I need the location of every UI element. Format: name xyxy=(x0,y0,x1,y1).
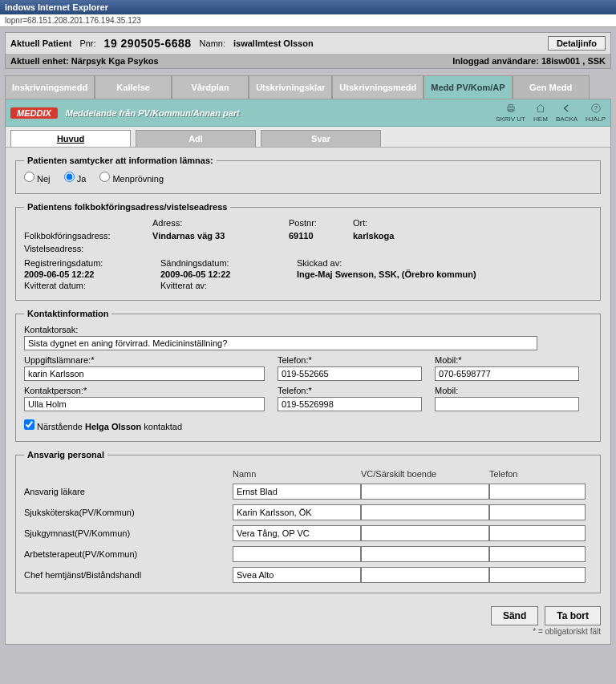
patient-pnr: 19 290505-6688 xyxy=(104,37,192,50)
personal-legend: Ansvarig personal xyxy=(24,450,107,459)
mobil2-label: Mobil: xyxy=(435,386,579,395)
hdr-tel: Telefon xyxy=(489,469,586,479)
login-label: Inloggad användare: xyxy=(452,56,539,66)
regdate-value: 2009-06-05 12:22 xyxy=(24,269,160,279)
narstaende-checkbox[interactable] xyxy=(24,419,34,430)
tab-vardplan[interactable]: Vårdplan xyxy=(172,75,249,99)
kontakt-legend: Kontaktinformation xyxy=(24,309,111,318)
ssk-namn-input[interactable] xyxy=(233,504,361,520)
mobil1-input[interactable] xyxy=(435,366,579,381)
sentby-label: Skickad av: xyxy=(297,258,592,268)
senddate-value: 2009-06-05 12:22 xyxy=(160,269,297,279)
hdr-ort: Ort: xyxy=(353,218,592,228)
lakare-vc-input[interactable] xyxy=(361,484,489,500)
address-legend: Patientens folkbokföringsadress/vistelse… xyxy=(24,202,230,212)
row-label: Sjuksköterska(PV/Kommun) xyxy=(24,508,233,517)
unit-value: Närpsyk Kga Psykos xyxy=(71,56,159,66)
home-icon xyxy=(533,103,548,115)
chef-namn-input[interactable] xyxy=(233,567,361,583)
radio-ja[interactable] xyxy=(64,172,75,182)
tab-kallelse[interactable]: Kallelse xyxy=(95,75,172,99)
folk-postnr: 69110 xyxy=(289,231,353,241)
patient-label: Aktuell Patient xyxy=(10,38,71,48)
radio-nej[interactable] xyxy=(24,172,34,182)
radio-menprovning-label[interactable]: Menprövning xyxy=(99,174,164,184)
telefon2-label: Telefon:* xyxy=(278,386,422,395)
hdr-postnr: Postnr: xyxy=(289,218,353,228)
personal-row-chef: Chef hemtjänst/Biståndshandl xyxy=(24,567,592,583)
sjg-vc-input[interactable] xyxy=(361,525,489,541)
kontaktorsak-input[interactable] xyxy=(24,336,537,350)
subtab-huvud[interactable]: Huvud xyxy=(10,130,131,147)
help-button[interactable]: ? HJÄLP xyxy=(586,103,606,123)
ssk-tel-input[interactable] xyxy=(489,504,586,520)
senddate-label: Sändningsdatum: xyxy=(160,258,297,268)
uppgiftslamnare-input[interactable] xyxy=(24,366,265,381)
meddix-logo: MEDDIX xyxy=(10,107,58,119)
hdr-namn: Namn xyxy=(233,469,361,479)
narstaende-checkbox-label[interactable]: Närstående Helga Olsson kontaktad xyxy=(24,422,182,431)
footnote: * = obligatoriskt fält xyxy=(15,627,601,636)
tab-utskrivningsklar[interactable]: Utskrivningsklar xyxy=(249,75,332,99)
uppgiftslamnare-label: Uppgiftslämnare:* xyxy=(24,355,265,365)
row-label: Sjukgymnast(PV/Kommun) xyxy=(24,528,233,538)
section-header: MEDDIX Meddelande från PV/Kommun/Annan p… xyxy=(6,99,610,127)
kontaktperson-label: Kontaktperson:* xyxy=(24,386,265,395)
url-bar: lopnr=68.151.208.201.176.194.35.123 xyxy=(0,14,616,27)
kontaktorsak-label: Kontaktorsak: xyxy=(24,325,592,334)
personal-row-sjukskoterska: Sjuksköterska(PV/Kommun) xyxy=(24,504,592,520)
radio-nej-label[interactable]: Nej xyxy=(24,174,51,184)
kvittdate-label: Kvitterat datum: xyxy=(24,281,160,290)
svg-text:?: ? xyxy=(594,105,598,111)
consent-legend: Patienten samtycker att information lämn… xyxy=(24,156,217,165)
subtab-svar[interactable]: Svar xyxy=(261,130,381,147)
address-fieldset: Patientens folkbokföringsadress/vistelse… xyxy=(15,202,601,301)
detaljinfo-button[interactable]: Detaljinfo xyxy=(548,36,606,51)
telefon2-input[interactable] xyxy=(278,397,422,411)
pnr-label: Pnr: xyxy=(79,38,95,48)
sjg-tel-input[interactable] xyxy=(489,525,586,541)
consent-fieldset: Patienten samtycker att information lämn… xyxy=(15,156,601,194)
tab-gen-medd[interactable]: Gen Medd xyxy=(513,75,590,99)
telefon1-label: Telefon:* xyxy=(278,355,422,365)
main-tabs: Inskrivningsmedd Kallelse Vårdplan Utskr… xyxy=(5,75,611,99)
tab-medd-pv-kom-ap[interactable]: Medd PV/Kom/AP xyxy=(424,75,512,99)
chef-vc-input[interactable] xyxy=(361,567,489,583)
hdr-vc: VC/Särskilt boende xyxy=(361,469,489,479)
send-button[interactable]: Sänd xyxy=(491,606,538,625)
back-button[interactable]: BACKA xyxy=(556,103,578,123)
patient-name: iswallmtest Olsson xyxy=(233,38,314,48)
arb-namn-input[interactable] xyxy=(233,546,361,562)
tab-inskrivningsmedd[interactable]: Inskrivningsmedd xyxy=(5,75,95,99)
delete-button[interactable]: Ta bort xyxy=(545,606,601,625)
sub-tabs: Huvud Adl Svar xyxy=(6,127,610,148)
lakare-namn-input[interactable] xyxy=(233,484,361,500)
ssk-vc-input[interactable] xyxy=(361,504,489,520)
window-title: indows Internet Explorer xyxy=(0,0,616,14)
tab-utskrivningsmedd[interactable]: Utskrivningsmedd xyxy=(332,75,424,99)
unit-label: Aktuell enhet: xyxy=(10,56,69,66)
kontakt-fieldset: Kontaktinformation Kontaktorsak: Uppgift… xyxy=(15,309,601,442)
name-label: Namn: xyxy=(200,38,225,48)
kontaktperson-input[interactable] xyxy=(24,397,265,411)
section-title: Meddelande från PV/Kommun/Annan part xyxy=(66,108,240,118)
lakare-tel-input[interactable] xyxy=(489,484,586,500)
row-label: Chef hemtjänst/Biståndshandl xyxy=(24,570,233,580)
radio-menprovning[interactable] xyxy=(99,172,110,182)
arb-tel-input[interactable] xyxy=(489,546,586,562)
svg-rect-0 xyxy=(507,107,513,111)
folk-adress: Vindarnas väg 33 xyxy=(152,231,289,241)
print-button[interactable]: SKRIV UT xyxy=(496,103,525,123)
chef-tel-input[interactable] xyxy=(489,567,586,583)
mobil2-input[interactable] xyxy=(435,397,579,411)
kvittav-label: Kvitterat av: xyxy=(160,281,297,290)
sjg-namn-input[interactable] xyxy=(233,525,361,541)
arb-vc-input[interactable] xyxy=(361,546,489,562)
home-button[interactable]: HEM xyxy=(533,103,548,123)
personal-fieldset: Ansvarig personal Namn VC/Särskilt boend… xyxy=(15,450,601,593)
help-icon: ? xyxy=(589,103,603,115)
subtab-adl[interactable]: Adl xyxy=(136,130,256,147)
radio-ja-label[interactable]: Ja xyxy=(64,174,87,184)
telefon1-input[interactable] xyxy=(278,366,422,381)
personal-row-sjukgymnast: Sjukgymnast(PV/Kommun) xyxy=(24,525,592,541)
